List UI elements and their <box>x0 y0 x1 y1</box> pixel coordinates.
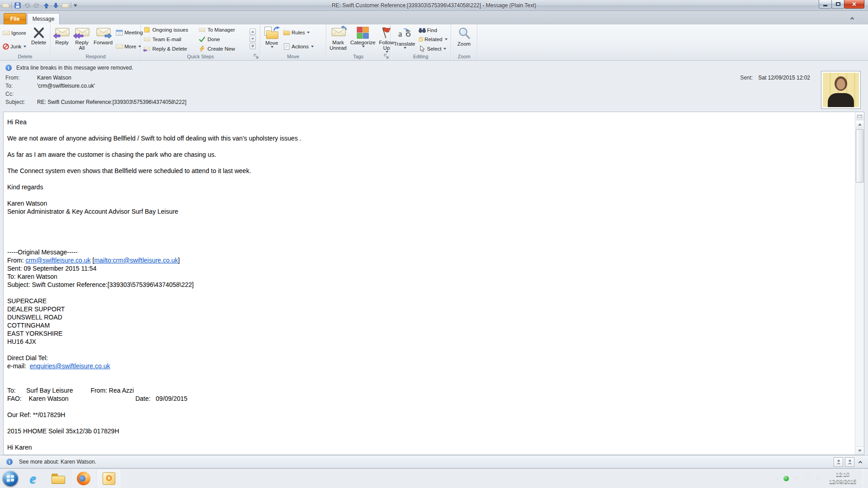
reply-all-button[interactable]: Reply All <box>72 26 92 53</box>
zoom-button[interactable]: Zoom <box>456 26 473 53</box>
show-hidden-icons-button[interactable] <box>775 478 779 480</box>
person-icon <box>847 459 853 465</box>
quick-step-team-email[interactable]: Team E-mail <box>143 35 196 44</box>
chevron-up-icon <box>850 17 854 20</box>
reply-button[interactable]: Reply <box>52 26 72 53</box>
vertical-scrollbar[interactable] <box>855 112 864 455</box>
quick-step-ongoing-issues[interactable]: Ongoing issues <box>143 25 196 34</box>
volume-icon[interactable] <box>816 475 823 482</box>
avatar-placeholder[interactable] <box>845 457 854 467</box>
group-caption-tags: Tags <box>326 53 390 60</box>
outlook-message-window: RE: Swift Customer Reference:[339303\575… <box>0 0 868 488</box>
group-caption-respond: Respond <box>51 53 141 60</box>
subject-row: Subject: RE: Swift Customer Reference:[3… <box>5 98 186 106</box>
quick-step-done[interactable]: Done <box>198 35 249 44</box>
select-button[interactable]: Select <box>417 45 449 53</box>
body-text-segment: To: Karen Watson <box>7 273 57 280</box>
junk-button[interactable]: Junk <box>1 43 29 50</box>
ruler-toggle-button[interactable] <box>856 113 863 120</box>
forward-button[interactable]: Forward <box>92 26 114 53</box>
quick-steps-scroll-down-button[interactable] <box>250 36 256 42</box>
triangle-down-icon <box>858 450 862 452</box>
rules-folder-icon <box>283 29 290 36</box>
rules-button[interactable]: Rules <box>282 28 320 37</box>
body-text-segment: From: <box>7 257 25 264</box>
ribbon-group-zoom: Zoom Zoom <box>451 24 477 60</box>
scrollbar-thumb[interactable] <box>856 129 863 183</box>
bolt-icon <box>199 46 205 52</box>
subject-label: Subject: <box>5 99 37 105</box>
quick-steps-scroll-up-button[interactable] <box>250 28 256 35</box>
close-icon: ✕ <box>852 1 857 7</box>
people-pane-text: See more about: Karen Watson. <box>19 459 96 465</box>
taskbar-clock[interactable]: 12:10 12/09/2015 <box>829 471 856 485</box>
body-line <box>7 378 849 386</box>
body-line: HU16 4JX <box>7 338 849 346</box>
tab-file[interactable]: File <box>4 13 26 24</box>
meeting-button[interactable]: Meeting <box>114 28 144 37</box>
find-button[interactable]: Find <box>417 26 449 34</box>
show-desktop-button[interactable] <box>863 469 868 488</box>
ribbon-group-tags: Mark Unread Categorize Follow Up Tags <box>326 24 391 60</box>
quick-step-to-manager[interactable]: To Manager <box>198 25 249 34</box>
group-caption-zoom: Zoom <box>451 53 477 60</box>
outlook-icon <box>103 472 115 485</box>
body-line: Subject: Swift Customer Reference:[33930… <box>7 281 849 289</box>
tab-message[interactable]: Message <box>27 13 60 24</box>
related-button[interactable]: Related <box>417 35 449 43</box>
taskbar-firefox-button[interactable] <box>72 470 95 487</box>
sent-label: Sent: <box>740 75 753 81</box>
close-button[interactable]: ✕ <box>844 0 864 9</box>
more-respond-button[interactable]: More <box>114 42 144 51</box>
body-line: SUPERCARE <box>7 297 849 305</box>
title-bar: RE: Swift Customer Reference:[339303\575… <box>0 0 868 11</box>
tags-dialog-launcher[interactable] <box>384 54 389 59</box>
dropdown-caret-icon <box>307 32 310 33</box>
minimize-button[interactable] <box>819 0 832 9</box>
email-link[interactable]: enquiries@swiftleisure.co.uk <box>30 362 110 370</box>
ignore-button[interactable]: Ignore <box>1 29 29 37</box>
taskbar-outlook-button[interactable] <box>98 470 120 487</box>
tray-status-icon[interactable] <box>783 476 789 481</box>
translate-button[interactable]: Translate <box>392 26 417 53</box>
body-line <box>7 175 849 183</box>
actions-button[interactable]: Actions <box>282 42 320 51</box>
network-icon[interactable] <box>804 475 811 482</box>
quick-step-reply-delete[interactable]: Reply & Delete <box>143 44 196 53</box>
ribbon-tab-row: File Message <box>0 11 868 24</box>
quick-steps-dialog-launcher[interactable] <box>254 54 259 59</box>
taskbar-internet-explorer-button[interactable] <box>22 470 44 487</box>
to-row: To: 'crm@swiftleisure.co.uk' <box>5 82 186 90</box>
body-line: FAO: Karen Watson Date: 09/09/2015 <box>7 394 849 403</box>
taskbar-apps <box>22 469 120 488</box>
dropdown-caret-icon <box>271 46 274 48</box>
restore-button[interactable] <box>831 0 844 9</box>
body-line <box>7 346 849 354</box>
taskbar: 12:10 12/09/2015 <box>0 469 868 488</box>
people-pane-info: i See more about: Karen Watson. <box>6 455 96 468</box>
categorize-button[interactable]: Categorize <box>349 26 377 53</box>
body-text-segment: -----Original Message----- <box>7 249 78 256</box>
email-link[interactable]: crm@swiftleisure.co.uk <box>25 257 90 264</box>
body-text-segment: Kind regards <box>7 183 43 191</box>
body-text-segment: Our Ref: **/017829H <box>7 411 65 418</box>
message-body[interactable]: Hi ReaWe are not aware of anyone advisin… <box>3 112 864 455</box>
quick-step-create-new[interactable]: Create New <box>198 44 249 53</box>
taskbar-explorer-button[interactable] <box>47 470 70 487</box>
body-line <box>7 240 849 248</box>
email-link[interactable]: mailto:crm@swiftleisure.co.uk <box>94 257 178 264</box>
body-line: Our Ref: **/017829H <box>7 411 849 419</box>
minimize-ribbon-button[interactable] <box>849 15 855 21</box>
scroll-down-button[interactable] <box>856 446 863 454</box>
delete-button[interactable]: Delete <box>29 26 48 53</box>
start-button[interactable] <box>3 471 18 486</box>
body-line: As far as I am aware the customer is cha… <box>7 150 849 159</box>
mark-unread-button[interactable]: Mark Unread <box>328 26 349 53</box>
people-pane-expand-button[interactable] <box>856 458 864 466</box>
scroll-up-button[interactable] <box>856 121 863 128</box>
action-center-flag-icon[interactable] <box>793 475 799 482</box>
avatar-placeholder[interactable] <box>834 457 843 467</box>
quick-steps-more-button[interactable] <box>250 43 256 49</box>
move-button[interactable]: Move <box>262 26 282 53</box>
header-fields: From: Karen Watson To: 'crm@swiftleisure… <box>5 74 186 106</box>
